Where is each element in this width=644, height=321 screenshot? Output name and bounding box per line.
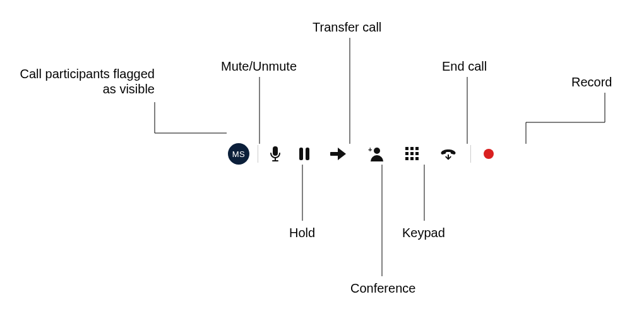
conference-button[interactable]: + (367, 146, 383, 162)
record-icon (484, 149, 494, 159)
svg-rect-16 (330, 152, 339, 156)
toolbar-separator (258, 145, 258, 163)
svg-rect-24 (410, 152, 414, 155)
toolbar-separator (470, 145, 471, 163)
svg-rect-23 (405, 152, 408, 155)
pause-icon (298, 147, 311, 161)
svg-rect-21 (410, 147, 414, 150)
svg-rect-11 (273, 146, 278, 156)
svg-rect-14 (299, 148, 303, 160)
call-toolbar-annotated-diagram: Call participants flagged as visible Mut… (0, 0, 644, 321)
end-call-button[interactable] (440, 146, 456, 162)
svg-rect-28 (415, 157, 419, 160)
svg-rect-25 (415, 152, 419, 155)
leader-lines (0, 0, 644, 321)
record-button[interactable] (480, 146, 497, 162)
participant-avatar[interactable]: MS (228, 143, 249, 165)
svg-rect-15 (306, 148, 309, 160)
transfer-button[interactable] (330, 146, 346, 162)
avatar-initials: MS (232, 149, 246, 159)
svg-point-19 (374, 148, 380, 154)
microphone-icon (268, 146, 282, 161)
mute-button[interactable] (267, 146, 283, 162)
keypad-icon (405, 147, 419, 161)
add-person-icon: + (367, 146, 383, 161)
svg-text:+: + (368, 146, 372, 153)
svg-rect-20 (405, 147, 408, 150)
hold-button[interactable] (296, 146, 313, 162)
arrow-right-icon (330, 147, 346, 161)
keypad-button[interactable] (404, 146, 420, 162)
phone-down-icon (440, 146, 456, 161)
svg-rect-26 (405, 157, 408, 160)
svg-rect-27 (410, 157, 414, 160)
svg-rect-22 (415, 147, 419, 150)
svg-marker-17 (338, 148, 346, 160)
